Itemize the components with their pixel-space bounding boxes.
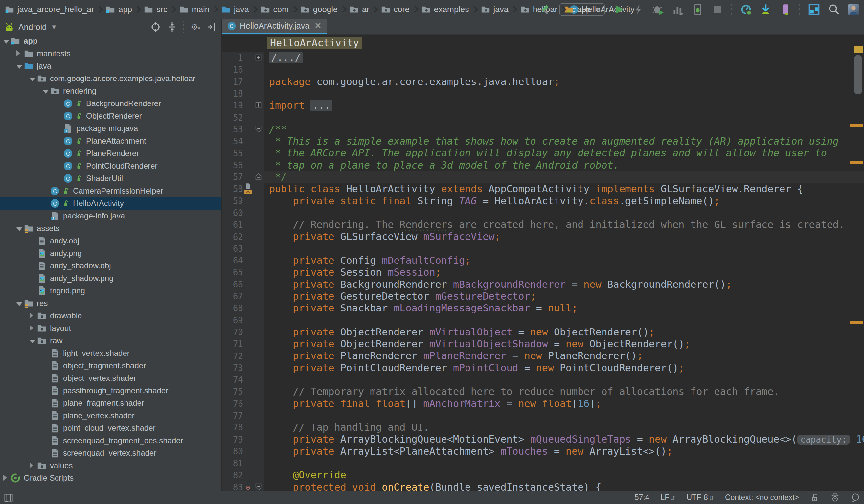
code-line-56[interactable]: 56 * tap on a plane to place a 3d model … (222, 159, 864, 171)
tree-item-java[interactable]: java (0, 60, 221, 72)
code-line-69[interactable]: 69 (222, 314, 864, 326)
chevron-collapsed-icon[interactable] (3, 473, 11, 483)
code-text[interactable]: private PointCloudRenderer mPointCloud =… (264, 362, 864, 374)
tree-item-object-vertex-shader[interactable]: object_vertex.shader (0, 372, 221, 384)
breadcrumb-item-main[interactable]: main (179, 4, 209, 14)
tree-item-andy-shadow-png[interactable]: andy_shadow.png (0, 272, 221, 285)
tree-item-res[interactable]: res (0, 297, 221, 310)
fold-close-icon[interactable] (254, 172, 263, 181)
tree-item-planeattachment[interactable]: CPlaneAttachment (0, 135, 221, 147)
code-line-66[interactable]: 66 private BackgroundRenderer mBackgroun… (222, 279, 864, 290)
build-hammer-icon[interactable] (539, 4, 551, 15)
tree-item-app[interactable]: app (0, 35, 221, 47)
fold-open-icon[interactable] (254, 483, 263, 491)
code-line-18[interactable]: 18 (222, 88, 864, 99)
code-line-81[interactable]: 81 (222, 457, 864, 469)
device-manager-icon[interactable] (780, 4, 791, 15)
code-line-1[interactable]: 1/.../ (222, 52, 864, 64)
breadcrumb-item-ar[interactable]: ar (349, 4, 369, 14)
code-line-73[interactable]: 73 private PointCloudRenderer mPointClou… (222, 362, 864, 374)
code-text[interactable]: private Snackbar mLoadingMessageSnackbar… (264, 302, 864, 314)
collapse-all-icon[interactable] (167, 22, 177, 32)
code-line-62[interactable]: 62 private GLSurfaceView mSurfaceView; (222, 231, 864, 242)
code-line-63[interactable]: 63 (222, 243, 864, 255)
chevron-collapsed-icon[interactable] (29, 311, 37, 320)
breadcrumb-item-java[interactable]: java (221, 4, 249, 14)
code-text[interactable]: /.../ (264, 52, 864, 64)
line-ending-selector[interactable]: LF⇵ (660, 493, 675, 502)
chevron-expanded-icon[interactable] (16, 224, 24, 233)
code-line-19[interactable]: 19import ... (222, 99, 864, 111)
gear-icon[interactable]: ⚙▾ (190, 22, 201, 32)
code-line-77[interactable]: 77 (222, 410, 864, 421)
plusbox-icon[interactable] (254, 101, 263, 109)
tree-item-point-cloud-vertex-shader[interactable]: point_cloud_vertex.shader (0, 422, 221, 434)
run-button-icon[interactable] (613, 4, 625, 15)
tree-item-assets[interactable]: assets (0, 222, 221, 235)
code-line-61[interactable]: 61 // Rendering. The Renderers are creat… (222, 219, 864, 231)
code-line-76[interactable]: 76 private final float[] mAnchorMatrix =… (222, 398, 864, 410)
code-line-59[interactable]: 59 private static final String TAG = Hel… (222, 195, 864, 207)
code-line-60[interactable]: 60 (222, 207, 864, 219)
code-line-53[interactable]: 53/** (222, 123, 864, 135)
event-log-bubble-icon[interactable] (851, 493, 860, 502)
code-text[interactable]: private ObjectRenderer mVirtualObjectSha… (264, 338, 864, 350)
debug-icon[interactable] (652, 4, 664, 15)
chevron-expanded-icon[interactable] (29, 336, 37, 345)
tree-item-package-info-java[interactable]: Jpackage-info.java (0, 209, 221, 222)
chevron-collapsed-icon[interactable] (16, 49, 24, 58)
locate-file-icon[interactable] (151, 22, 161, 32)
code-line-68[interactable]: 68 private Snackbar mLoadingMessageSnack… (222, 302, 864, 314)
breadcrumb-item-google[interactable]: google (300, 4, 338, 14)
tree-item-layout[interactable]: layout (0, 322, 221, 335)
chevron-collapsed-icon[interactable] (29, 461, 37, 470)
fold-open-icon[interactable] (254, 125, 263, 133)
code-text[interactable]: * the ARCore API. The application will d… (264, 147, 864, 159)
chevron-expanded-icon[interactable] (3, 36, 11, 46)
close-icon[interactable]: ✕ (314, 21, 322, 31)
code-text[interactable]: private ArrayList<PlaneAttachment> mTouc… (264, 445, 864, 457)
sdk-manager-icon[interactable] (760, 4, 772, 15)
caret-position[interactable]: 57:4 (635, 493, 649, 502)
chevron-expanded-icon[interactable] (16, 61, 24, 71)
code-line-58[interactable]: <>58public class HelloArActivity extends… (222, 183, 864, 195)
tree-item-backgroundrenderer[interactable]: CBackgroundRenderer (0, 97, 221, 110)
code-line-52[interactable]: 52 (222, 111, 864, 123)
tree-item-helloaractivity[interactable]: CHelloArActivity (0, 197, 221, 209)
chevron-expanded-icon[interactable] (16, 299, 24, 308)
encoding-selector[interactable]: UTF-8⇵ (687, 493, 714, 502)
tree-item-package-info-java[interactable]: Jpackage-info.java (0, 122, 221, 135)
code-line-57[interactable]: 57 */ (222, 171, 864, 183)
code-editor[interactable]: HelloArActivity 1/.../1617package com.go… (222, 35, 864, 491)
context-widget[interactable]: Context: <no context> (725, 493, 799, 502)
code-text[interactable]: import ... (264, 99, 864, 111)
tree-item-shaderutil[interactable]: CShaderUtil (0, 172, 221, 185)
code-line-65[interactable]: 65 private Session mSession; (222, 266, 864, 278)
code-text[interactable]: private Session mSession; (264, 266, 864, 278)
code-text[interactable]: private PlaneRenderer mPlaneRenderer = n… (264, 350, 864, 362)
code-text[interactable]: private GLSurfaceView mSurfaceView; (264, 231, 864, 242)
tree-item-raw[interactable]: raw (0, 335, 221, 347)
project-view-mode[interactable]: Android (19, 22, 47, 32)
breadcrumb-item-examples[interactable]: examples (421, 4, 469, 14)
apply-changes-icon[interactable] (633, 4, 645, 15)
tree-item-plane-vertex-shader[interactable]: plane_vertex.shader (0, 409, 221, 422)
plusbox-icon[interactable] (254, 53, 263, 62)
code-text[interactable]: private BackgroundRenderer mBackgroundRe… (264, 279, 864, 290)
code-line-70[interactable]: 70 private ObjectRenderer mVirtualObject… (222, 326, 864, 338)
code-line-67[interactable]: 67 private GestureDetector mGestureDetec… (222, 290, 864, 302)
tree-item-andy-obj[interactable]: andy.obj (0, 235, 221, 247)
code-line-78[interactable]: 78 // Tap handling and UI. (222, 421, 864, 433)
code-text[interactable]: protected void onCreate(Bundle savedInst… (264, 481, 864, 491)
tree-item-andy-png[interactable]: andy.png (0, 247, 221, 260)
tree-item-gradle-scripts[interactable]: Gradle Scripts (0, 472, 221, 484)
tree-item-andy-shadow-obj[interactable]: andy_shadow.obj (0, 260, 221, 272)
tree-item-objectrenderer[interactable]: CObjectRenderer (0, 110, 221, 122)
tool-windows-icon[interactable] (808, 4, 820, 15)
tree-item-camerapermissionhelper[interactable]: CCameraPermissionHelper (0, 185, 221, 197)
tree-item-planerenderer[interactable]: CPlaneRenderer (0, 147, 221, 160)
tree-item-com-google-ar-core-examples-java-helloar[interactable]: com.google.ar.core.examples.java.helloar (0, 72, 221, 85)
search-everywhere-icon[interactable] (828, 4, 840, 15)
tree-item-screenquad-fragment-oes-shader[interactable]: screenquad_fragment_oes.shader (0, 434, 221, 447)
tree-item-rendering[interactable]: rendering (0, 85, 221, 97)
